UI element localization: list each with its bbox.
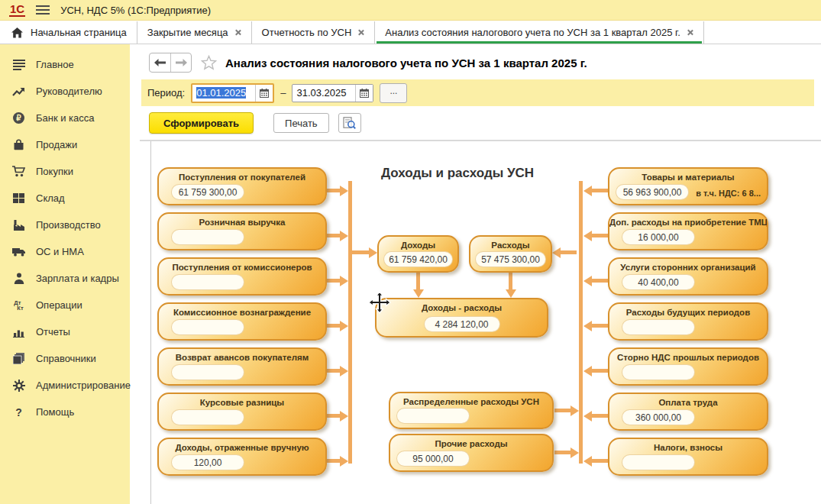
income-source-box[interactable]: Комиссионное вознаграждение (157, 302, 327, 341)
close-icon[interactable] (687, 29, 693, 36)
sidebar-item-manager[interactable]: Руководителю (0, 78, 130, 105)
sidebar-item-production[interactable]: Производство (0, 212, 130, 238)
flow-arrow (325, 189, 340, 192)
expense-item-box[interactable]: Сторно НДС прошлых периодов (608, 347, 768, 386)
flow-arrow (325, 279, 340, 283)
box-label: Налоги, взносы (609, 439, 767, 452)
sidebar-item-sales[interactable]: Продажи (0, 131, 130, 158)
period-from-value[interactable]: 01.01.2025 (196, 87, 246, 99)
move-cursor-icon[interactable] (368, 291, 391, 317)
tab-usn-analysis[interactable]: Анализ состояния налогового учета по УСН… (375, 21, 703, 44)
period-to-value[interactable]: 31.03.2025 (293, 87, 355, 99)
box-value: 56 963 900,00 (616, 184, 689, 200)
other-expenses-box[interactable]: Прочие расходы 95 000,00 (389, 434, 554, 472)
box-value (396, 408, 470, 424)
expense-item-box[interactable]: Налоги, взносы (608, 438, 768, 476)
back-button[interactable] (150, 53, 170, 72)
sidebar-item-payroll-hr[interactable]: Зарплата и кадры (0, 265, 130, 292)
flow-arrow (592, 279, 608, 283)
expense-total-box[interactable]: Расходы 57 475 300,00 (469, 235, 552, 273)
sidebar-item-bank-cash[interactable]: ₽ Банк и касса (0, 105, 130, 131)
flow-arrow (592, 369, 608, 373)
section-panel: Главное Руководителю ₽ Банк и касса Прод… (0, 44, 130, 504)
sidebar-item-label: ОС и НМА (36, 246, 84, 257)
favorite-star-icon[interactable] (201, 55, 217, 70)
flow-arrow (592, 414, 608, 418)
income-source-box[interactable]: Курсовые разницы (157, 393, 327, 431)
diagram-title: Доходы и расходы УСН (381, 166, 534, 181)
sidebar-item-directories[interactable]: Справочники (0, 345, 130, 372)
income-source-box[interactable]: Доходы, отраженные вручную 120,00 (157, 438, 327, 476)
gear-icon (11, 379, 26, 393)
income-source-box[interactable]: Поступления от комиссионеров (157, 257, 327, 296)
box-value: 120,00 (171, 454, 244, 470)
income-minus-expense-box[interactable]: Доходы - расходы 4 284 120,00 (375, 298, 548, 338)
sidebar-item-fixed-assets[interactable]: ОС и НМА (0, 238, 130, 265)
box-label: Возврат авансов покупателям (159, 349, 325, 362)
box-value: 16 000,00 (622, 229, 695, 245)
page-title: Анализ состояния налогового учета по УСН… (225, 57, 587, 69)
forward-button[interactable] (170, 53, 191, 72)
income-source-box[interactable]: Возврат авансов покупателям (157, 347, 327, 386)
tab-home[interactable]: Начальная страница (0, 21, 137, 44)
box-label: Распределенные расходы УСН (390, 393, 552, 406)
income-total-box[interactable]: Доходы 61 759 420,00 (377, 235, 459, 273)
main-menu-icon[interactable] (36, 5, 50, 15)
expense-item-box[interactable]: Услуги сторонних организаций 40 400,00 (608, 257, 768, 296)
flow-arrow (325, 324, 340, 328)
sidebar-item-main[interactable]: Главное (0, 51, 130, 78)
period-more-button[interactable]: ... (380, 83, 407, 103)
box-value (171, 229, 244, 245)
box-value (622, 319, 695, 335)
sidebar-item-purchases[interactable]: Покупки (0, 158, 130, 185)
sidebar-item-administration[interactable]: Администрирование (0, 372, 130, 399)
box-label: Товары и материалы (609, 169, 767, 182)
close-icon[interactable] (234, 29, 241, 36)
expense-item-box[interactable]: Оплата труда 360 000,00 (608, 393, 768, 431)
box-label: Расходы (470, 237, 551, 250)
calendar-icon[interactable] (355, 85, 373, 102)
expense-item-box[interactable]: Товары и материалы 56 963 900,00 в т.ч. … (608, 167, 768, 205)
sidebar-item-warehouse[interactable]: Склад (0, 185, 130, 212)
flow-arrow (325, 234, 340, 237)
window-title: УСН, НДС 5% (1С:Предприятие) (60, 5, 211, 16)
sidebar-item-operations[interactable]: ДтКт Операции (0, 292, 130, 318)
ruble-icon: ₽ (11, 111, 26, 125)
close-icon[interactable] (357, 29, 364, 36)
box-label: Расходы будущих периодов (609, 304, 767, 317)
period-from-field[interactable]: 01.01.2025 (191, 83, 274, 103)
person-icon (11, 272, 26, 286)
box-label: Сторно НДС прошлых периодов (609, 349, 767, 362)
sidebar-item-help[interactable]: ? Помощь (0, 399, 130, 425)
distributed-expenses-box[interactable]: Распределенные расходы УСН (389, 392, 554, 429)
tab-usn-reporting[interactable]: Отчетность по УСН (252, 21, 376, 44)
tab-label: Начальная страница (31, 27, 127, 38)
flow-arrow (554, 409, 570, 412)
calendar-icon[interactable] (255, 85, 273, 102)
income-source-box[interactable]: Розничная выручка (157, 212, 327, 250)
box-label: Комиссионное вознаграждение (159, 304, 325, 317)
history-nav (149, 53, 192, 73)
print-button[interactable]: Печать (273, 113, 329, 133)
question-icon: ? (11, 405, 26, 419)
flow-arrow (325, 459, 340, 463)
box-value (171, 274, 244, 290)
sidebar-item-label: Операции (36, 299, 82, 311)
tab-bar: Начальная страница Закрытие месяца Отчет… (0, 21, 821, 44)
income-source-box[interactable]: Поступления от покупателей 61 759 300,00 (157, 167, 327, 205)
period-to-field[interactable]: 31.03.2025 (292, 84, 373, 102)
sidebar-item-label: Производство (36, 219, 101, 231)
expense-item-box[interactable]: Расходы будущих периодов (608, 302, 768, 341)
tab-month-closing[interactable]: Закрытие месяца (137, 21, 252, 44)
period-label: Период: (147, 87, 185, 99)
sidebar-item-label: Покупки (36, 166, 73, 177)
box-value: 4 284 120,00 (424, 316, 500, 332)
box-label: Доходы - расходы (377, 299, 547, 312)
generate-button[interactable]: Сформировать (149, 112, 254, 134)
sidebar-item-reports[interactable]: Отчеты (0, 318, 130, 345)
home-icon (10, 26, 24, 40)
report-canvas: Доходы и расходы УСН Поступления от поку… (150, 141, 821, 504)
sidebar-item-label: Зарплата и кадры (36, 273, 119, 284)
expense-item-box[interactable]: Доп. расходы на приобретение ТМЦ 16 000,… (608, 212, 768, 250)
print-preview-button[interactable] (338, 113, 361, 133)
